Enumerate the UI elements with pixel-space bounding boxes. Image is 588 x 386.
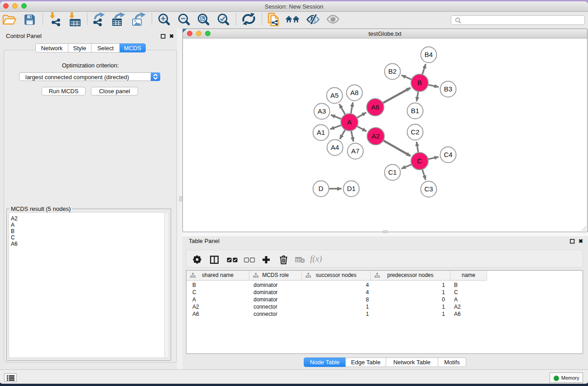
svg-text:A5: A5	[330, 91, 339, 99]
svg-text:B: B	[417, 79, 422, 86]
svg-text:B1: B1	[411, 107, 419, 114]
svg-text:B4: B4	[425, 51, 433, 58]
svg-text:A6: A6	[371, 103, 379, 111]
svg-text:C: C	[417, 157, 422, 165]
svg-text:C2: C2	[411, 128, 419, 136]
svg-text:C1: C1	[388, 168, 397, 176]
svg-text:A4: A4	[331, 143, 339, 151]
svg-text:C3: C3	[424, 185, 433, 193]
svg-text:A1: A1	[317, 129, 325, 136]
svg-text:A8: A8	[350, 89, 359, 96]
svg-text:A2: A2	[372, 132, 380, 140]
svg-text:C4: C4	[444, 151, 452, 158]
svg-text:D1: D1	[347, 185, 355, 192]
svg-text:A7: A7	[351, 147, 359, 155]
svg-text:A3: A3	[318, 107, 326, 115]
svg-text:B2: B2	[388, 67, 397, 75]
svg-text:A: A	[347, 118, 352, 126]
svg-text:B3: B3	[444, 85, 452, 93]
svg-text:D: D	[319, 185, 324, 192]
